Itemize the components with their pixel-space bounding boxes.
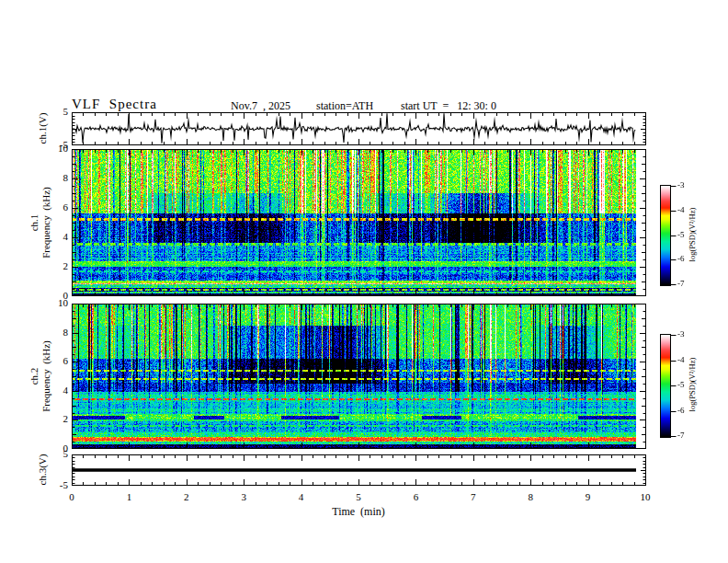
colorbar-tick-label: -5 — [677, 230, 700, 239]
y-axis-label-ch1-voltage: ch.1(V) — [37, 92, 49, 166]
y-tick-label: 4 — [37, 231, 68, 242]
colorbar-tick-label: -3 — [677, 180, 700, 190]
colorbar-tick-label: -7 — [677, 279, 700, 288]
y-tick-label: 2 — [37, 413, 68, 424]
x-tick-label: 5 — [347, 491, 370, 502]
y-tick-label: 2 — [37, 260, 68, 271]
ch2-frequency-axis-label: Frequency (kHz) — [40, 340, 51, 412]
colorbar-tick-label: -7 — [677, 431, 700, 440]
x-tick-label: 0 — [61, 491, 83, 502]
ch1-colorbar — [660, 185, 678, 286]
x-tick-label: 9 — [577, 491, 599, 502]
ch2-channel-label: ch.2 — [28, 368, 40, 385]
y-tick-label: 8 — [37, 327, 68, 338]
colorbar-tick-label: -3 — [677, 329, 700, 339]
ch1-spectrogram-panel — [72, 149, 646, 296]
y-tick-label: 10 — [37, 297, 68, 308]
y-tick-label: 10 — [37, 143, 68, 154]
y-tick-label: 4 — [37, 385, 68, 396]
x-tick-label: 8 — [519, 491, 541, 502]
ch1-frequency-axis-label: Frequency (kHz) — [40, 187, 51, 259]
colorbar-tick-label: -6 — [677, 254, 700, 263]
figure-start-ut: start UT = 12: 30: 0 — [401, 99, 496, 113]
y-tick-label: -5 — [37, 479, 68, 490]
x-tick-label: 6 — [404, 491, 427, 502]
figure-date: Nov.7 , 2025 — [231, 99, 290, 113]
figure-title: VLF Spectra — [72, 97, 157, 112]
x-tick-label: 1 — [118, 491, 140, 502]
ch1-voltage-panel — [72, 112, 646, 145]
colorbar-tick-label: -6 — [677, 406, 700, 415]
ch2-spectrogram-panel — [72, 304, 646, 449]
y-tick-label: 6 — [37, 355, 68, 366]
y-tick-label: 8 — [37, 172, 68, 183]
ch2-colorbar — [660, 334, 678, 438]
x-tick-label: 2 — [176, 491, 198, 502]
colorbar-tick-label: -5 — [677, 380, 700, 389]
colorbar-tick-label: -4 — [677, 205, 700, 214]
y-tick-label: 6 — [37, 201, 68, 213]
x-tick-label: 7 — [462, 491, 484, 502]
x-tick-label: 4 — [290, 491, 313, 502]
y-tick-label: 5 — [37, 106, 68, 117]
x-tick-label: 3 — [233, 491, 255, 502]
ch1-channel-label: ch.1 — [28, 214, 40, 232]
colorbar-tick-label: -4 — [677, 355, 700, 364]
ch3-voltage-panel — [72, 454, 646, 486]
x-tick-label: 10 — [634, 491, 656, 502]
y-tick-label: 5 — [37, 448, 68, 459]
figure-station: station=ATH — [316, 99, 373, 113]
vlf-spectra-figure: VLF Spectra Nov.7 , 2025 station=ATH sta… — [0, 0, 728, 563]
x-axis-title: Time (min) — [303, 505, 414, 519]
